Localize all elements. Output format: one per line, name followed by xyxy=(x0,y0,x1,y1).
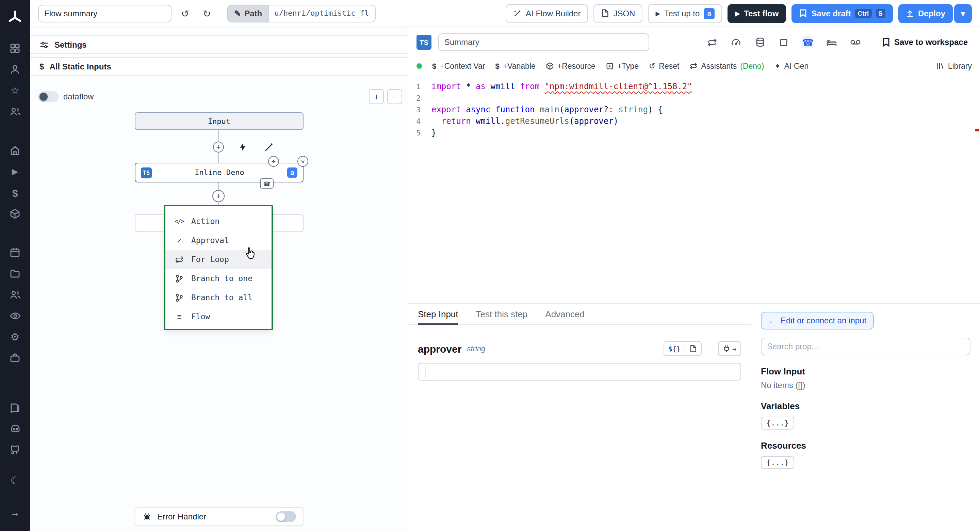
star-icon[interactable]: ☆ xyxy=(7,82,23,99)
ai-wand-icon[interactable] xyxy=(264,142,274,152)
zoom-controls: + − xyxy=(369,89,402,104)
reset-icon: ↺ xyxy=(649,61,655,71)
path-input[interactable] xyxy=(268,5,375,22)
suspend-phone-icon[interactable]: ☎ xyxy=(260,179,274,188)
workers-icon[interactable] xyxy=(7,350,23,366)
inline-deno-step-node[interactable]: TS Inline Deno a xyxy=(135,163,304,182)
save-to-workspace-button[interactable]: Save to workspace xyxy=(878,37,972,48)
trigger-bolt-icon[interactable] xyxy=(238,142,247,152)
user-icon[interactable] xyxy=(7,61,23,78)
search-prop-input[interactable] xyxy=(761,338,970,356)
code-line: 1 import * as wmill from "npm:windmill-c… xyxy=(408,80,980,92)
dollar-icon: $ xyxy=(432,62,436,70)
ai-flow-builder-button[interactable]: AI Flow Builder xyxy=(505,4,588,23)
wand-icon xyxy=(513,9,522,18)
line-number: 5 xyxy=(408,128,431,137)
discord-icon[interactable] xyxy=(7,420,23,437)
audit-eye-icon[interactable] xyxy=(7,308,23,324)
flow-settings-row[interactable]: Settings xyxy=(30,35,408,54)
insert-above-button[interactable]: + xyxy=(268,156,279,167)
library-icon xyxy=(937,62,945,70)
undo-button[interactable]: ↺ xyxy=(177,5,193,21)
flow-input-node[interactable]: Input xyxy=(135,112,304,130)
github-icon[interactable] xyxy=(7,442,23,458)
code-editor[interactable]: 1 import * as wmill from "npm:windmill-c… xyxy=(408,75,980,303)
approver-value-input[interactable] xyxy=(418,363,741,381)
zoom-out-button[interactable]: − xyxy=(387,89,402,104)
json-button[interactable]: JSON xyxy=(593,4,643,23)
error-handler-toggle[interactable] xyxy=(275,511,296,522)
upload-icon xyxy=(906,9,914,18)
early-stop-square-icon[interactable] xyxy=(778,36,790,48)
redo-button[interactable]: ↻ xyxy=(199,5,215,21)
menu-item-approval[interactable]: ✓ Approval xyxy=(165,231,272,250)
editor-mode-button[interactable] xyxy=(685,341,702,356)
delete-step-button[interactable]: × xyxy=(298,156,308,167)
flow-summary-input[interactable] xyxy=(38,5,172,22)
save-draft-button[interactable]: Save draft Ctrl S xyxy=(791,4,893,23)
test-up-to-button[interactable]: ▶ Test up to a xyxy=(648,4,722,23)
mock-voicemail-icon[interactable] xyxy=(850,36,862,48)
play-icon: ▶ xyxy=(655,10,660,17)
add-variable-button[interactable]: $ +Variable xyxy=(495,62,535,70)
menu-item-branch-to-all[interactable]: Branch to all xyxy=(165,288,272,307)
field-name: approver xyxy=(418,343,461,354)
windmill-logo[interactable] xyxy=(7,9,23,26)
step-summary-input[interactable] xyxy=(438,33,649,51)
variables-dollar-icon[interactable]: $ xyxy=(7,185,23,201)
flow-input-empty-text: No items ([]) xyxy=(761,381,970,390)
step-id-badge: a xyxy=(704,8,714,19)
folders-icon[interactable] xyxy=(7,266,23,282)
menu-item-flow[interactable]: ≡ Flow xyxy=(165,307,272,326)
menu-item-branch-to-one[interactable]: Branch to one xyxy=(165,269,272,288)
zoom-in-button[interactable]: + xyxy=(369,89,384,104)
cache-database-icon[interactable] xyxy=(754,36,766,48)
code-line: 2 xyxy=(408,92,980,104)
path-button[interactable]: ✎ Path xyxy=(227,5,268,22)
editor-topbar: TS xyxy=(408,27,980,57)
suspend-phone-icon[interactable]: ☎ xyxy=(802,36,814,48)
template-string-button[interactable]: ${} xyxy=(663,341,685,356)
tab-test-this-step[interactable]: Test this step xyxy=(476,304,528,324)
home-icon[interactable] xyxy=(7,142,23,159)
settings-gear-icon[interactable]: ⚙ xyxy=(7,329,23,345)
deploy-button[interactable]: Deploy xyxy=(898,4,953,23)
test-flow-button[interactable]: ▶ Test flow xyxy=(727,4,786,23)
resources-box-icon[interactable] xyxy=(7,206,23,222)
users-icon[interactable] xyxy=(7,104,23,120)
save-to-workspace-label: Save to workspace xyxy=(894,37,968,47)
concurrency-gauge-icon[interactable] xyxy=(730,36,743,48)
variables-expand-chip[interactable]: {...} xyxy=(761,417,794,430)
library-button[interactable]: Library xyxy=(937,62,972,70)
connect-input-plug-button[interactable]: → xyxy=(718,341,741,356)
menu-item-action[interactable]: </> Action xyxy=(165,212,272,231)
add-resource-button[interactable]: +Resource xyxy=(546,62,595,70)
retries-loop-icon[interactable] xyxy=(706,36,719,48)
dataflow-toggle[interactable] xyxy=(38,91,59,102)
runs-play-icon[interactable]: ▶ xyxy=(7,163,23,180)
error-handler-node[interactable]: Error Handler xyxy=(135,507,304,526)
resources-expand-chip[interactable]: {...} xyxy=(761,456,794,469)
assistants-button[interactable]: Assistants (Deno) xyxy=(689,62,764,70)
step-editor-panel: TS xyxy=(408,27,980,531)
reset-button[interactable]: ↺ Reset xyxy=(649,61,679,71)
tab-step-input[interactable]: Step Input xyxy=(418,304,458,324)
add-step-button[interactable]: + xyxy=(212,190,224,202)
add-context-var-button[interactable]: $ +Context Var xyxy=(432,62,485,70)
all-static-inputs-row[interactable]: $ All Static Inputs xyxy=(30,57,408,76)
theme-moon-icon[interactable]: ☾ xyxy=(7,472,23,488)
error-handler-label: Error Handler xyxy=(157,512,206,521)
schedules-calendar-icon[interactable] xyxy=(7,244,23,261)
deploy-dropdown-button[interactable]: ▾ xyxy=(954,4,972,23)
ai-gen-button[interactable]: ✦ AI Gen xyxy=(775,61,809,71)
menu-item-for-loop[interactable]: For Loop xyxy=(165,250,272,269)
tab-advanced[interactable]: Advanced xyxy=(545,304,585,324)
insert-step-button[interactable]: + xyxy=(213,142,224,153)
apps-grid-icon[interactable] xyxy=(7,40,23,56)
expand-sidebar-icon[interactable]: → xyxy=(7,504,23,520)
groups-icon[interactable] xyxy=(7,287,23,303)
sleep-bed-icon[interactable] xyxy=(826,36,838,48)
docs-book-icon[interactable] xyxy=(7,399,23,416)
edit-or-connect-button[interactable]: ← Edit or connect an input xyxy=(761,312,874,330)
add-type-button[interactable]: +Type xyxy=(606,62,639,70)
